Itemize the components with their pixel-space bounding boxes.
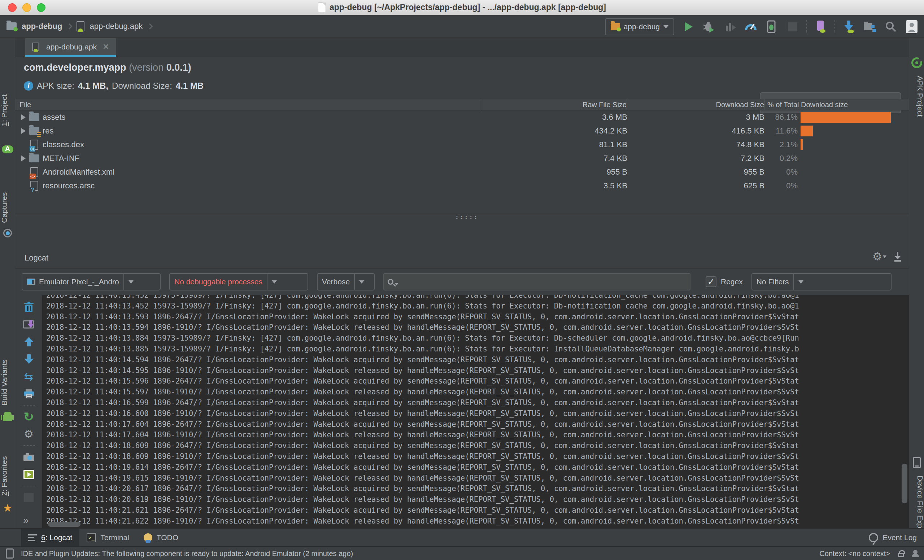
run-icon xyxy=(682,21,694,33)
table-row[interactable]: ? resources.arsc 3.5 KB 625 B 0% xyxy=(15,179,909,193)
tab-logcat[interactable]: 6: Logcat xyxy=(21,529,80,547)
tab-terminal[interactable]: >_ Terminal xyxy=(80,529,136,547)
log-line: 2018-12-12 11:40:17.604 1896-2647/? I/Gn… xyxy=(46,419,909,430)
attach-debugger-button[interactable] xyxy=(765,19,779,34)
device-phone-icon[interactable] xyxy=(911,457,922,468)
breadcrumb-project[interactable]: app-debug xyxy=(22,22,62,31)
process-selector[interactable]: No debuggable processes xyxy=(169,273,308,290)
run-configuration-select[interactable]: app-debug xyxy=(605,18,674,35)
column-header-download-size[interactable]: Download Size xyxy=(627,101,764,109)
download-size: 625 B xyxy=(627,181,765,190)
stop-disabled-button[interactable] xyxy=(23,491,35,504)
table-row[interactable]: META-INF 7.4 KB 7.2 KB 0.2% xyxy=(15,151,909,165)
apk-size-summary: i APK size: 4.1 MB, Download Size: 4.1 M… xyxy=(24,81,204,91)
expand-arrow-icon[interactable] xyxy=(19,156,28,161)
filter-selector-label: No Filters xyxy=(756,277,789,286)
apk-project-icon[interactable] xyxy=(911,57,922,69)
log-line: 2018-12-12 11:40:20.617 1896-2647/? I/Gn… xyxy=(46,484,909,494)
clear-logcat-button[interactable] xyxy=(23,301,35,313)
sidebar-item-favorites[interactable]: 2: Favorites xyxy=(0,442,15,496)
scroll-to-end-button[interactable] xyxy=(23,318,35,331)
logcat-output[interactable]: 2018-12-12 11:40:13.452 15973-15989/? I/… xyxy=(43,295,909,528)
table-row[interactable]: assets 3.6 MB 3 MB 86.1% xyxy=(15,111,909,124)
close-tab-icon[interactable]: ✕ xyxy=(102,42,109,52)
star-icon[interactable]: ★ xyxy=(2,502,14,514)
minimize-window-button[interactable] xyxy=(22,3,31,12)
file-name: META-INF xyxy=(43,154,80,163)
breadcrumb-apk[interactable]: app-debug.apk xyxy=(90,22,142,31)
device-selector[interactable]: Emulator Pixel_-_Andro xyxy=(22,273,160,290)
search-icon xyxy=(388,279,393,285)
stop-disabled-icon xyxy=(24,493,34,503)
hector-settings-icon[interactable] xyxy=(912,550,919,557)
table-row[interactable]: res 434.2 KB 416.5 KB 11.6% xyxy=(15,124,909,138)
screen-record-button[interactable] xyxy=(23,468,35,481)
restart-icon[interactable]: ↻ xyxy=(23,410,35,423)
table-row[interactable]: <> AndroidManifest.xml 955 B 955 B 0% xyxy=(15,165,909,179)
percent-bar xyxy=(801,139,803,150)
expand-arrow-icon[interactable] xyxy=(19,114,28,120)
raw-size: 434.2 KB xyxy=(483,126,627,136)
project-folder-icon xyxy=(6,22,16,30)
sidebar-item-build-variants[interactable]: Build Variants xyxy=(0,344,15,406)
sidebar-item-captures[interactable]: Captures xyxy=(0,176,15,223)
sidebar-item-apk-project[interactable]: APK Project xyxy=(909,76,924,148)
table-row[interactable]: 01 classes.dex 81.1 KB 74.8 KB 2.1% xyxy=(15,138,909,151)
run-button[interactable] xyxy=(681,19,695,34)
soft-wraps-icon[interactable]: ⇆ xyxy=(23,370,35,382)
search-everywhere-button[interactable] xyxy=(884,19,898,34)
debug-button[interactable] xyxy=(702,19,716,34)
breadcrumb: app-debug app-debug.apk xyxy=(0,21,155,31)
zoom-window-button[interactable] xyxy=(37,3,45,12)
sdk-manager-button[interactable] xyxy=(842,19,856,34)
run-config-folder-icon xyxy=(611,23,620,30)
profiler-button[interactable] xyxy=(744,19,758,34)
column-header-file[interactable]: File xyxy=(15,101,482,109)
android-robot-icon[interactable] xyxy=(2,412,14,424)
sidebar-item-project[interactable]: 1: Project xyxy=(0,82,15,139)
background-tasks-icon[interactable] xyxy=(6,548,14,559)
status-message[interactable]: IDE and Plugin Updates: The following co… xyxy=(21,550,353,558)
splitter-grip-icon[interactable]: • • • • •• • • • • xyxy=(456,215,472,219)
down-stack-trace-button[interactable] xyxy=(23,353,35,365)
profile-button[interactable] xyxy=(723,19,737,34)
left-tool-strip: 1: Project Captures Build Variants 2: Fa… xyxy=(0,38,15,546)
log-line: 2018-12-12 11:40:19.615 1896-1910/? I/Gn… xyxy=(46,473,909,484)
event-log-button[interactable]: Event Log xyxy=(869,533,917,542)
lock-icon[interactable] xyxy=(898,553,904,557)
screen-record-icon xyxy=(23,469,35,480)
more-chevrons-icon[interactable]: » xyxy=(23,515,29,526)
logcat-header-gear-icon[interactable]: ⚙ xyxy=(23,428,35,440)
chevron-down-icon xyxy=(883,256,886,258)
file-table: assets 3.6 MB 3 MB 86.1% res 434.2 KB 41… xyxy=(15,111,909,193)
tab-app-debug-apk[interactable]: app-debug.apk ✕ xyxy=(25,38,116,57)
log-line: 2018-12-12 11:40:16.599 1896-2647/? I/Gn… xyxy=(46,398,909,409)
logcat-settings-button[interactable]: ⚙ xyxy=(872,251,886,262)
export-log-button[interactable] xyxy=(893,251,902,262)
device-manager-button[interactable] xyxy=(862,19,877,34)
screen-capture-button[interactable] xyxy=(23,451,35,463)
close-window-button[interactable] xyxy=(8,3,16,12)
avatar-button[interactable] xyxy=(904,19,919,34)
raw-size: 3.6 MB xyxy=(483,112,627,122)
regex-checkbox[interactable]: ✓ xyxy=(706,276,717,287)
down-stack-trace-icon xyxy=(24,353,34,364)
vertical-scrollbar[interactable] xyxy=(902,464,908,503)
filter-selector[interactable]: No Filters xyxy=(752,273,891,290)
column-header-percent[interactable]: % of Total Download size xyxy=(765,101,909,109)
up-stack-trace-icon xyxy=(24,336,34,347)
log-level-selector[interactable]: Verbose xyxy=(317,273,375,290)
column-header-raw-size[interactable]: Raw File Size xyxy=(482,101,627,109)
captures-icon[interactable] xyxy=(2,227,14,239)
layout-inspector-icon xyxy=(815,20,826,34)
expand-arrow-icon[interactable] xyxy=(19,128,28,134)
print-button[interactable] xyxy=(23,388,35,400)
log-line: 2018-12-12 11:40:18.609 1896-2647/? I/Gn… xyxy=(46,440,909,451)
up-stack-trace-button[interactable] xyxy=(23,335,35,348)
layout-inspector-button[interactable] xyxy=(813,19,828,34)
android-studio-icon[interactable] xyxy=(2,144,14,155)
stop-button[interactable] xyxy=(785,19,800,34)
tab-todo[interactable]: TODO xyxy=(136,529,186,547)
logcat-search-input[interactable] xyxy=(383,273,690,290)
horizontal-scrollbar[interactable] xyxy=(48,522,81,527)
